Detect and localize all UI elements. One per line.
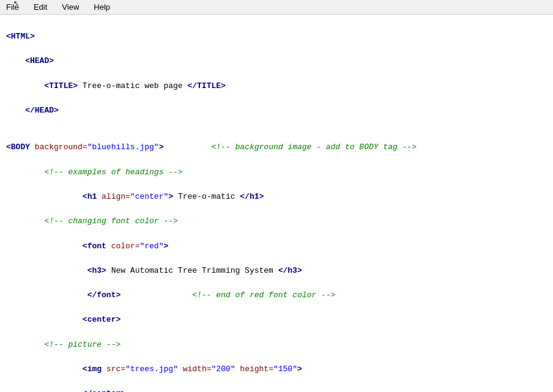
menu-file[interactable]: File [2,1,23,13]
menu-bar: ↖ File Edit View Help [0,0,553,15]
menu-help[interactable]: Help [90,1,114,13]
code-area: <HTML> <HEAD> <TITLE> Tree-o-matic web p… [0,15,553,392]
menu-view[interactable]: View [58,1,83,13]
menu-edit[interactable]: Edit [30,1,51,13]
